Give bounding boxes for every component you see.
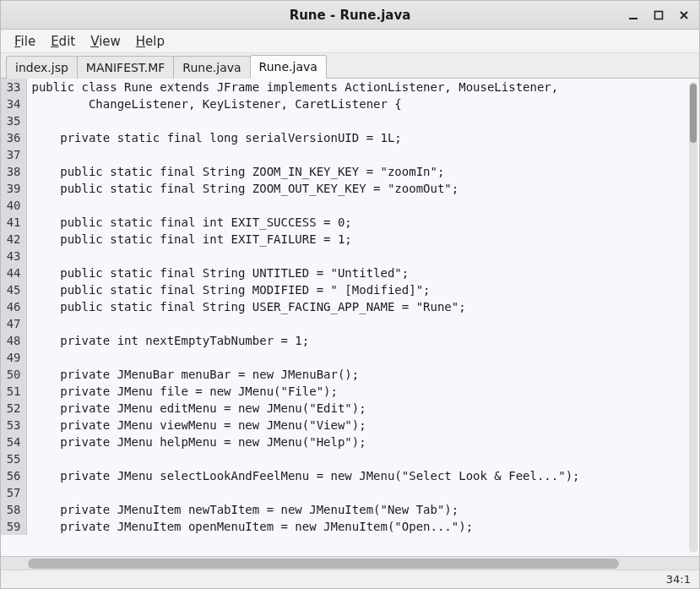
code-text[interactable]: private JMenu viewMenu = new JMenu("View… <box>26 417 699 434</box>
svg-rect-0 <box>629 18 638 19</box>
code-line: 48 private int nextEmptyTabNumber = 1; <box>1 332 699 349</box>
code-line: 56 private JMenu selectLookAndFeelMenu =… <box>1 467 699 484</box>
code-line: 49 <box>1 349 699 366</box>
menu-file[interactable]: File <box>9 32 41 51</box>
line-number: 46 <box>1 298 26 315</box>
code-line: 50 private JMenuBar menuBar = new JMenuB… <box>1 366 699 383</box>
code-text[interactable] <box>26 450 699 467</box>
line-number: 58 <box>1 501 26 518</box>
statusbar: 34:1 <box>1 570 699 588</box>
line-number: 36 <box>1 129 26 146</box>
menubar: File Edit View Help <box>1 30 699 53</box>
menu-label: dit <box>59 34 76 49</box>
code-line: 34 ChangeListener, KeyListener, CaretLis… <box>1 95 699 112</box>
menu-view[interactable]: View <box>85 32 126 51</box>
code-text[interactable]: public static final String UNTITLED = "U… <box>26 265 699 281</box>
line-number: 45 <box>1 281 26 298</box>
code-text[interactable]: private JMenu file = new JMenu("File"); <box>26 383 699 400</box>
minimize-icon[interactable] <box>627 8 640 22</box>
code-text[interactable]: public static final String USER_FACING_A… <box>26 298 699 315</box>
code-line: 59 private JMenuItem openMenuItem = new … <box>1 518 699 535</box>
app-window: Rune - Rune.java File Edit View Help ind… <box>0 0 700 589</box>
menu-accel: V <box>90 34 99 49</box>
line-number: 55 <box>1 450 26 467</box>
close-icon[interactable] <box>677 8 691 22</box>
menu-edit[interactable]: Edit <box>46 32 80 51</box>
vertical-scrollbar[interactable] <box>689 82 697 553</box>
code-line: 51 private JMenu file = new JMenu("File"… <box>1 383 699 400</box>
line-number: 54 <box>1 434 26 450</box>
code-text[interactable] <box>26 146 699 163</box>
line-number: 49 <box>1 349 26 366</box>
line-number: 57 <box>1 484 26 501</box>
editor: 33public class Rune extends JFrame imple… <box>1 79 699 556</box>
code-text[interactable]: private JMenu selectLookAndFeelMenu = ne… <box>26 467 699 484</box>
horizontal-scrollbar-thumb[interactable] <box>28 559 619 569</box>
code-text[interactable]: private JMenuBar menuBar = new JMenuBar(… <box>26 366 699 383</box>
code-line: 58 private JMenuItem newTabItem = new JM… <box>1 501 699 518</box>
line-number: 43 <box>1 248 26 265</box>
code-text[interactable]: private static final long serialVersionU… <box>26 129 699 146</box>
code-text[interactable] <box>26 484 699 501</box>
line-number: 38 <box>1 163 26 180</box>
tab-manifest-mf[interactable]: MANIFEST.MF <box>77 56 175 79</box>
code-text[interactable] <box>26 349 699 366</box>
cursor-position: 34:1 <box>666 573 691 586</box>
tab-rune-java-1[interactable]: Rune.java <box>173 56 250 79</box>
code-line: 33public class Rune extends JFrame imple… <box>1 79 699 95</box>
tab-rune-java-2[interactable]: Rune.java <box>250 55 327 79</box>
code-line: 36 private static final long serialVersi… <box>1 129 699 146</box>
code-line: 47 <box>1 315 699 332</box>
code-text[interactable]: public static final String MODIFIED = " … <box>26 281 699 298</box>
code-line: 40 <box>1 197 699 214</box>
menu-help[interactable]: Help <box>131 32 170 51</box>
code-line: 42 public static final int EXIT_FAILURE … <box>1 231 699 248</box>
titlebar: Rune - Rune.java <box>1 1 699 30</box>
tab-index-jsp[interactable]: index.jsp <box>6 56 78 79</box>
code-text[interactable] <box>26 197 699 214</box>
window-controls <box>627 1 691 29</box>
line-number: 56 <box>1 467 26 484</box>
menu-label: ile <box>21 34 36 49</box>
code-text[interactable] <box>26 112 699 129</box>
code-text[interactable]: private JMenu helpMenu = new JMenu("Help… <box>26 434 699 450</box>
menu-label: elp <box>145 34 165 49</box>
code-text[interactable]: public static final int EXIT_SUCCESS = 0… <box>26 214 699 231</box>
code-text[interactable]: public static final String ZOOM_IN_KEY_K… <box>26 163 699 180</box>
code-text[interactable] <box>26 248 699 265</box>
horizontal-scrollbar[interactable] <box>1 556 699 570</box>
code-line: 41 public static final int EXIT_SUCCESS … <box>1 214 699 231</box>
code-text[interactable]: ChangeListener, KeyListener, CaretListen… <box>26 95 699 112</box>
code-text[interactable]: public static final String ZOOM_OUT_KEY_… <box>26 180 699 197</box>
editor-scroll[interactable]: 33public class Rune extends JFrame imple… <box>1 79 699 556</box>
code-line: 53 private JMenu viewMenu = new JMenu("V… <box>1 417 699 434</box>
code-line: 43 <box>1 248 699 265</box>
line-number: 59 <box>1 518 26 535</box>
vertical-scrollbar-thumb[interactable] <box>690 84 697 143</box>
line-number: 37 <box>1 146 26 163</box>
code-text[interactable]: private int nextEmptyTabNumber = 1; <box>26 332 699 349</box>
code-text[interactable]: private JMenuItem newTabItem = new JMenu… <box>26 501 699 518</box>
code-text[interactable] <box>26 315 699 332</box>
code-line: 57 <box>1 484 699 501</box>
maximize-icon[interactable] <box>652 8 665 22</box>
code-line: 35 <box>1 112 699 129</box>
code-text[interactable]: public static final int EXIT_FAILURE = 1… <box>26 231 699 248</box>
code-text[interactable]: private JMenuItem openMenuItem = new JMe… <box>26 518 699 535</box>
menu-accel: F <box>14 34 21 49</box>
code-line: 39 public static final String ZOOM_OUT_K… <box>1 180 699 197</box>
line-number: 39 <box>1 180 26 197</box>
code-line: 46 public static final String USER_FACIN… <box>1 298 699 315</box>
code-line: 54 private JMenu helpMenu = new JMenu("H… <box>1 434 699 450</box>
line-number: 35 <box>1 112 26 129</box>
line-number: 48 <box>1 332 26 349</box>
tabbar: index.jsp MANIFEST.MF Rune.java Rune.jav… <box>1 53 699 79</box>
code-line: 55 <box>1 450 699 467</box>
menu-accel: E <box>51 34 58 49</box>
line-number: 42 <box>1 231 26 248</box>
code-line: 45 public static final String MODIFIED =… <box>1 281 699 298</box>
menu-accel: H <box>136 34 145 49</box>
svg-rect-1 <box>655 11 663 19</box>
code-text[interactable]: public class Rune extends JFrame impleme… <box>26 79 699 95</box>
code-text[interactable]: private JMenu editMenu = new JMenu("Edit… <box>26 400 699 417</box>
